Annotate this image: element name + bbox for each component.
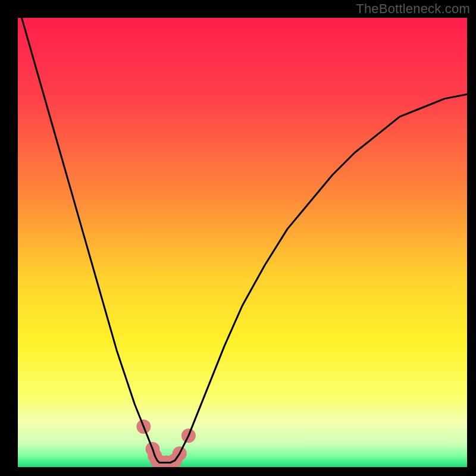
outer-frame: TheBottleneck.com xyxy=(0,0,476,476)
watermark-text: TheBottleneck.com xyxy=(356,1,470,17)
bottleneck-chart xyxy=(18,18,467,467)
